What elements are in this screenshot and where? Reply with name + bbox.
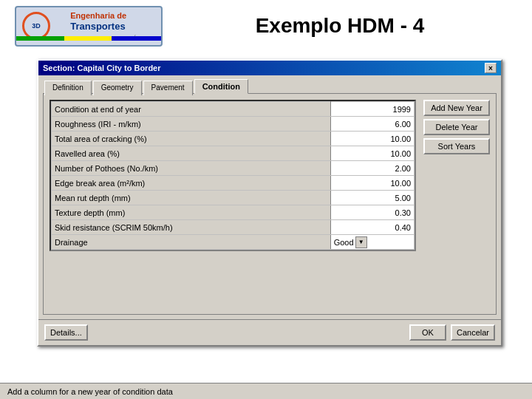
- data-table-area: Condition at end of year 1999 Roughness …: [50, 100, 416, 251]
- row-label: Ravelled area (%): [52, 146, 331, 161]
- right-buttons: Add New Year Delete Year Sort Years: [423, 100, 490, 251]
- add-new-year-button[interactable]: Add New Year: [423, 100, 490, 116]
- row-value-dropdown[interactable]: Good ▼: [330, 235, 414, 250]
- details-button[interactable]: Details...: [44, 324, 88, 341]
- logo: 3D Engenharia de Transportes UNIVERSIDAD…: [15, 6, 163, 47]
- row-label: Edge break area (m²/km): [52, 176, 331, 191]
- row-value[interactable]: 0.40: [330, 220, 414, 235]
- tab-content: Condition at end of year 1999 Roughness …: [43, 93, 497, 315]
- table-row: Skid resistance (SCRIM 50km/h) 0.40: [52, 220, 415, 235]
- status-bar: Add a column for a new year of condition…: [0, 383, 532, 399]
- row-label: Condition at end of year: [52, 102, 331, 117]
- row-value[interactable]: 0.30: [330, 205, 414, 220]
- table-row: Condition at end of year 1999: [52, 102, 415, 117]
- cancel-button[interactable]: Cancelar: [451, 324, 495, 341]
- row-value[interactable]: 5.00: [330, 191, 414, 205]
- row-value[interactable]: 1999: [330, 102, 414, 117]
- dialog-titlebar: Section: Capital City to Border ×: [38, 61, 501, 75]
- tab-definition[interactable]: Definition: [44, 81, 92, 95]
- table-row: Edge break area (m²/km) 10.00: [52, 176, 415, 191]
- tab-pavement[interactable]: Pavement: [143, 81, 193, 95]
- dialog-title: Section: Capital City to Border: [43, 64, 161, 72]
- flag-stripe: [16, 36, 161, 41]
- header: 3D Engenharia de Transportes UNIVERSIDAD…: [0, 0, 532, 52]
- row-label: Mean rut depth (mm): [52, 191, 331, 205]
- sort-years-button[interactable]: Sort Years: [423, 138, 490, 154]
- content-inner: Condition at end of year 1999 Roughness …: [50, 100, 490, 251]
- row-value[interactable]: 10.00: [330, 146, 414, 161]
- table-row: Mean rut depth (mm) 5.00: [52, 191, 415, 205]
- table-row: Drainage Good ▼: [52, 235, 415, 250]
- row-label: Texture depth (mm): [52, 205, 331, 220]
- row-label: Total area of cracking (%): [52, 132, 331, 146]
- row-label: Drainage: [52, 235, 331, 250]
- tab-condition[interactable]: Condition: [194, 79, 248, 94]
- footer-right-buttons: OK Cancelar: [409, 324, 495, 341]
- dialog-footer: Details... OK Cancelar: [38, 319, 501, 345]
- table-row: Ravelled area (%) 10.00: [52, 146, 415, 161]
- row-label: Roughness (IRI - m/km): [52, 117, 331, 132]
- close-button[interactable]: ×: [485, 63, 497, 73]
- row-label: Skid resistance (SCRIM 50km/h): [52, 220, 331, 235]
- row-label: Number of Pothoes (No./km): [52, 161, 331, 176]
- row-value[interactable]: 10.00: [330, 132, 414, 146]
- table-row: Number of Pothoes (No./km) 2.00: [52, 161, 415, 176]
- tab-geometry[interactable]: Geometry: [93, 81, 142, 95]
- table-row: Total area of cracking (%) 10.00: [52, 132, 415, 146]
- row-value[interactable]: 10.00: [330, 176, 414, 191]
- condition-table: Condition at end of year 1999 Roughness …: [51, 101, 415, 250]
- tabs-bar: Definition Geometry Pavement Condition: [38, 75, 501, 93]
- row-value[interactable]: 2.00: [330, 161, 414, 176]
- row-value[interactable]: 6.00: [330, 117, 414, 132]
- ok-button[interactable]: OK: [409, 324, 446, 341]
- dropdown-arrow-icon[interactable]: ▼: [355, 236, 367, 248]
- page-title: Exemplo HDM - 4: [163, 14, 517, 38]
- table-row: Texture depth (mm) 0.30: [52, 205, 415, 220]
- delete-year-button[interactable]: Delete Year: [423, 119, 490, 135]
- status-text: Add a column for a new year of condition…: [7, 387, 173, 396]
- dialog: Section: Capital City to Border × Defini…: [37, 59, 502, 347]
- table-row: Roughness (IRI - m/km) 6.00: [52, 117, 415, 132]
